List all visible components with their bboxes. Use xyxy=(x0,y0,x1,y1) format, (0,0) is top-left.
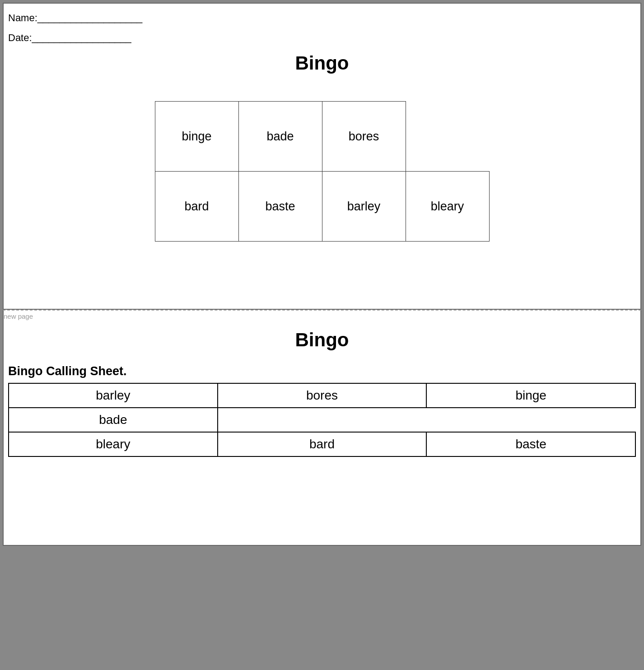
calling-r3c2: bard xyxy=(218,432,427,456)
calling-r2c1: bade xyxy=(9,408,218,432)
page1: Name:___________________ Date:__________… xyxy=(3,3,641,310)
calling-r3c3: baste xyxy=(426,432,635,456)
bingo-grid-container: binge bade bores bard baste barley blear… xyxy=(8,101,636,242)
grid-cell-r1c1: binge xyxy=(155,102,238,172)
page2-title: Bingo xyxy=(8,329,636,351)
calling-grid: barley bores binge bade bleary bard bast… xyxy=(8,383,636,457)
page2: Bingo Bingo Calling Sheet. barley bores … xyxy=(3,320,641,546)
name-field: Name:___________________ xyxy=(8,8,636,28)
grid-cell-r2c1: bard xyxy=(155,172,238,242)
date-field: Date:__________________ xyxy=(8,28,636,48)
grid-cell-r1c2: bade xyxy=(238,102,322,172)
grid-cell-r2c2: baste xyxy=(238,172,322,242)
new-page-label: new page xyxy=(4,312,33,320)
grid-cell-r2c4: bleary xyxy=(406,172,489,242)
calling-r3c1: bleary xyxy=(9,432,218,456)
page1-title: Bingo xyxy=(8,52,636,74)
calling-sheet-title: Bingo Calling Sheet. xyxy=(8,364,636,378)
calling-r1c2: bores xyxy=(218,383,427,408)
calling-r1c1: barley xyxy=(9,383,218,408)
calling-r1c3: binge xyxy=(426,383,635,408)
grid-cell-r2c3: barley xyxy=(322,172,406,242)
bingo-grid: binge bade bores bard baste barley blear… xyxy=(155,101,490,242)
calling-r2c2 xyxy=(218,408,635,432)
page-divider: new page xyxy=(3,310,641,320)
grid-cell-r1c3: bores xyxy=(322,102,406,172)
name-date-block: Name:___________________ Date:__________… xyxy=(8,8,636,48)
